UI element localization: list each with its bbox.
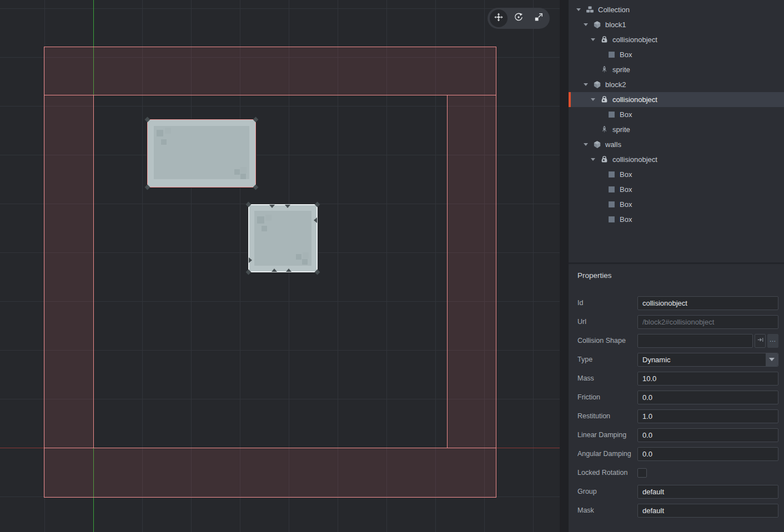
property-row-friction: Friction xyxy=(577,388,778,407)
selection-handle[interactable] xyxy=(269,205,275,208)
outline-item-box[interactable]: Box xyxy=(569,167,784,182)
property-row-restitution: Restitution xyxy=(577,407,778,425)
type-select-value: Dynamic xyxy=(638,356,766,364)
corner-mark xyxy=(253,117,259,123)
restitution-input[interactable] xyxy=(637,409,778,423)
outline-item-label: Box xyxy=(620,185,632,194)
collision-shape-input[interactable] xyxy=(637,334,753,348)
selection-handle[interactable] xyxy=(314,217,317,223)
type-label: Type xyxy=(577,356,637,363)
outline-item-label: Box xyxy=(620,110,632,119)
mass-input[interactable] xyxy=(637,372,778,386)
locked-rotation-checkbox[interactable] xyxy=(637,468,647,478)
box-shape-icon xyxy=(607,50,616,59)
id-label: Id xyxy=(577,299,637,307)
corner-mark xyxy=(246,202,252,207)
panel-section-divider[interactable] xyxy=(569,262,784,264)
arrow-to-bar-icon xyxy=(757,336,764,346)
scale-icon xyxy=(534,12,544,24)
dropdown-button[interactable] xyxy=(766,353,778,366)
selection-handle[interactable] xyxy=(286,268,292,272)
selection-handle[interactable] xyxy=(272,268,277,272)
move-tool-button[interactable] xyxy=(490,9,507,27)
sprite-decoration xyxy=(303,252,309,259)
sprite-decoration xyxy=(234,169,240,175)
collision-object-icon xyxy=(600,36,609,44)
selection-handle[interactable] xyxy=(285,205,290,208)
outline-item-label: collisionobject xyxy=(612,95,657,104)
outline-item-walls[interactable]: walls xyxy=(569,137,784,152)
outline-item-collisionobject[interactable]: collisionobject xyxy=(569,152,784,167)
friction-input[interactable] xyxy=(637,391,778,404)
outline-item-box[interactable]: Box xyxy=(569,212,784,227)
manipulator-toolbar xyxy=(488,8,550,29)
outline-item-sprite[interactable]: sprite xyxy=(569,62,784,77)
mask-input[interactable] xyxy=(637,504,778,518)
outline-item-block1[interactable]: block1 xyxy=(569,17,784,32)
expander-icon[interactable] xyxy=(584,143,592,146)
wall-collision-box-left[interactable] xyxy=(44,95,94,448)
expander-icon[interactable] xyxy=(591,98,600,101)
group-input[interactable] xyxy=(637,485,778,499)
outline-item-label: Box xyxy=(620,200,632,209)
property-row-url: Url xyxy=(577,312,778,331)
sprite-decoration xyxy=(157,130,163,136)
corner-mark xyxy=(315,270,320,275)
move-icon xyxy=(494,12,504,24)
expander-icon[interactable] xyxy=(584,83,592,86)
chevron-down-icon xyxy=(769,358,775,361)
outline-item-collection[interactable]: Collection xyxy=(569,2,784,17)
outline-item-label: collisionobject xyxy=(612,155,657,164)
sprite-decoration xyxy=(161,139,167,145)
outline-item-label: Collection xyxy=(598,6,630,14)
property-row-linear-damping: Linear Damping xyxy=(577,425,778,444)
open-resource-button[interactable] xyxy=(755,334,766,348)
box-shape-icon xyxy=(607,170,616,179)
expander-icon[interactable] xyxy=(584,23,592,26)
selection-handle[interactable] xyxy=(249,257,252,263)
wall-collision-box-bottom[interactable] xyxy=(44,448,496,498)
rotate-icon xyxy=(514,12,524,24)
url-input xyxy=(637,315,778,329)
scene-viewport[interactable] xyxy=(0,0,560,532)
sprite-decoration xyxy=(240,167,247,173)
box-shape-icon xyxy=(607,110,616,119)
outline-item-sprite[interactable]: sprite xyxy=(569,122,784,137)
property-row-id: Id xyxy=(577,293,778,312)
expander-icon[interactable] xyxy=(576,8,585,11)
block1-sprite[interactable] xyxy=(147,119,256,188)
angular-damping-input[interactable] xyxy=(637,447,778,461)
outline-item-label: Box xyxy=(620,50,632,59)
game-object-icon xyxy=(592,80,601,89)
type-select[interactable]: Dynamic xyxy=(637,353,778,367)
scale-tool-button[interactable] xyxy=(530,9,547,27)
outline-item-box[interactable]: Box xyxy=(569,182,784,197)
sprite-decoration xyxy=(262,226,267,231)
id-input[interactable] xyxy=(637,296,778,310)
block2-sprite-selected[interactable] xyxy=(248,204,318,272)
expander-icon[interactable] xyxy=(591,38,600,41)
group-label: Group xyxy=(577,488,637,495)
browse-resource-button[interactable]: … xyxy=(767,334,778,348)
outline-item-box[interactable]: Box xyxy=(569,197,784,212)
outline-item-label: block1 xyxy=(605,21,626,29)
wall-collision-box-top[interactable] xyxy=(44,47,496,95)
linear-damping-input[interactable] xyxy=(637,428,778,442)
outline-item-collisionobject[interactable]: collisionobject xyxy=(569,32,784,47)
sprite-decoration xyxy=(265,215,272,221)
outline-item-box[interactable]: Box xyxy=(569,47,784,62)
sprite-decoration xyxy=(165,128,171,134)
friction-label: Friction xyxy=(577,393,637,401)
box-shape-icon xyxy=(607,200,616,209)
expander-icon[interactable] xyxy=(591,158,600,161)
outline-item-collisionobject-selected[interactable]: collisionobject xyxy=(569,92,784,107)
outline-tree: Collection block1 collisionobject Box sp xyxy=(569,2,784,227)
wall-collision-box-right[interactable] xyxy=(447,95,496,448)
property-row-mass: Mass xyxy=(577,369,778,388)
corner-mark xyxy=(253,185,259,190)
panel-splitter[interactable] xyxy=(560,0,569,532)
outline-item-block2[interactable]: block2 xyxy=(569,77,784,92)
rotate-tool-button[interactable] xyxy=(510,9,527,27)
outline-item-box[interactable]: Box xyxy=(569,107,784,122)
corner-mark xyxy=(315,202,320,207)
